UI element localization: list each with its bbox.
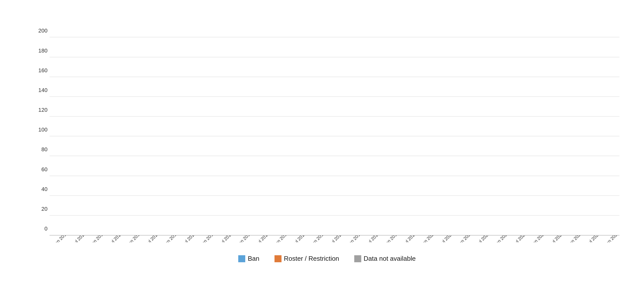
x-tick-label [179, 237, 182, 241]
x-tick-label: Jul 2016 [292, 236, 307, 242]
y-tick-label: 180 [38, 48, 48, 54]
x-tick-label: Jan 2025 [604, 236, 620, 242]
x-tick-label [399, 237, 403, 241]
x-axis: Jan 2010Jul 2010Jan 2011Jul 2011Jan 2012… [50, 236, 620, 242]
x-tick-label [326, 237, 330, 241]
chart-inner: 020406080100120140160180200 Jan 2010Jul … [50, 37, 620, 242]
legend-item: Data not available [354, 255, 416, 262]
x-tick-label [473, 237, 476, 241]
chart-title [34, 18, 620, 30]
x-tick-label: Jan 2010 [52, 236, 69, 242]
x-tick-label [86, 237, 90, 241]
x-tick-label: Jul 2019 [402, 236, 418, 242]
x-tick-label [436, 237, 440, 241]
x-tick-label: Jan 2023 [530, 236, 547, 242]
x-tick-label: Jan 2015 [236, 236, 253, 242]
x-tick-label [233, 237, 237, 241]
x-tick-label [454, 237, 457, 241]
x-tick-label [600, 237, 604, 241]
x-tick-label: Jan 2011 [89, 236, 106, 242]
x-tick-label [490, 237, 494, 241]
legend-label: Data not available [364, 255, 416, 262]
x-tick-label [306, 237, 310, 241]
legend-swatch [274, 255, 282, 262]
x-tick-label: Jan 2022 [493, 236, 510, 242]
x-tick-label [619, 237, 620, 241]
y-tick-label: 40 [42, 186, 48, 192]
y-tick-label: 120 [38, 107, 48, 113]
x-tick-label: Jan 2024 [567, 236, 584, 242]
x-tick-label [270, 237, 274, 241]
x-tick-label: Jul 2013 [181, 236, 197, 242]
legend-label: Roster / Restriction [284, 255, 339, 262]
x-tick-label: Jul 2017 [328, 236, 344, 242]
chart-container: 020406080100120140160180200 Jan 2010Jul … [10, 8, 634, 292]
x-tick-label: Jan 2013 [162, 236, 179, 242]
legend-item: Roster / Restriction [274, 255, 339, 262]
x-tick-label [619, 237, 620, 241]
x-tick-label: Jul 2011 [108, 236, 124, 242]
legend-label: Ban [248, 255, 259, 262]
x-tick-label [564, 237, 568, 241]
x-tick-label: Jul 2018 [365, 236, 381, 242]
x-tick-label: Jul 2010 [71, 236, 87, 242]
legend: BanRoster / RestrictionData not availabl… [34, 255, 620, 262]
y-tick-label: 100 [38, 126, 48, 133]
x-tick-label: Jan 2021 [456, 236, 473, 242]
x-tick-label [196, 237, 200, 241]
x-tick-label: Jul 2024 [586, 236, 601, 242]
x-tick-label [216, 237, 219, 241]
x-tick-label [362, 237, 366, 241]
y-tick-label: 80 [42, 146, 48, 153]
x-tick-label: Jan 2016 [273, 236, 290, 242]
x-tick-label [142, 237, 146, 241]
x-tick-label [68, 237, 72, 241]
legend-item: Ban [238, 255, 259, 262]
y-tick-label: 160 [38, 67, 48, 74]
chart-area: 020406080100120140160180200 Jan 2010Jul … [34, 37, 620, 242]
x-tick-label [583, 237, 587, 241]
x-tick-label: Jan 2018 [346, 236, 363, 242]
legend-swatch [354, 255, 361, 262]
x-tick-label [380, 237, 384, 241]
x-tick-label [105, 237, 109, 241]
x-tick-label [510, 237, 513, 241]
x-tick-label: Jul 2022 [512, 236, 528, 242]
y-tick-label: 200 [38, 28, 48, 34]
x-tick-label: Jan 2019 [383, 236, 400, 242]
y-tick-label: 20 [42, 206, 48, 212]
x-tick-label [546, 237, 550, 241]
x-tick-label [527, 237, 531, 241]
x-tick-label [123, 237, 127, 241]
x-tick-label: Jul 2021 [475, 236, 491, 242]
y-tick-label: 140 [38, 87, 48, 94]
x-tick-label: Jul 2014 [218, 236, 234, 242]
x-tick-label: Jan 2012 [126, 236, 142, 242]
x-tick-label: Jul 2012 [144, 236, 160, 242]
x-tick-label [252, 237, 256, 241]
y-tick-label: 0 [44, 226, 48, 232]
x-tick-label [160, 237, 164, 241]
plot-area: 020406080100120140160180200 [50, 37, 620, 236]
x-tick-label [417, 237, 420, 241]
x-tick-label: Jul 2015 [255, 236, 270, 242]
legend-swatch [238, 255, 245, 262]
x-tick-label: Jan 2014 [199, 236, 216, 242]
x-tick-label: Jan 2017 [310, 236, 326, 242]
y-tick-label: 60 [42, 166, 48, 173]
x-tick-label [289, 237, 293, 241]
x-tick-label: Jul 2023 [549, 236, 564, 242]
x-tick-label [343, 237, 347, 241]
x-tick-label: Jan 2020 [420, 236, 436, 242]
bars-container [50, 37, 620, 235]
x-tick-label: Jul 2020 [438, 236, 454, 242]
